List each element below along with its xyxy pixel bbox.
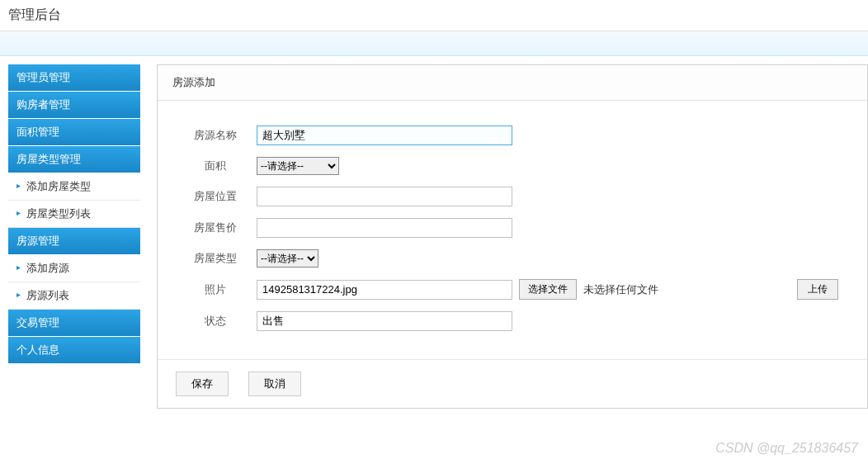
page-title: 管理后台 (8, 7, 61, 21)
label-photo: 照片 (174, 282, 257, 297)
form-actions: 保存 取消 (158, 360, 867, 408)
form: 房源名称 面积 --请选择-- 房屋位置 (158, 101, 867, 360)
menu-buyer[interactable]: 购房者管理 (8, 92, 140, 119)
menu-housing[interactable]: 房源管理 (8, 228, 140, 255)
panel-title: 房源添加 (158, 65, 867, 101)
input-location[interactable] (257, 187, 512, 206)
menu-admin[interactable]: 管理员管理 (8, 64, 140, 92)
menu-housetype[interactable]: 房屋类型管理 (8, 146, 140, 173)
label-area: 面积 (174, 159, 257, 173)
choose-file-button[interactable]: 选择文件 (519, 279, 577, 300)
save-button[interactable]: 保存 (176, 372, 229, 396)
menu-item-add-housetype[interactable]: 添加房屋类型 (8, 173, 140, 201)
upload-button[interactable]: 上传 (797, 279, 838, 300)
menu-item-add-housing[interactable]: 添加房源 (8, 255, 140, 282)
label-status: 状态 (174, 314, 257, 329)
input-photo[interactable] (257, 280, 512, 300)
input-name[interactable] (257, 125, 512, 145)
sidebar: 管理员管理 购房者管理 面积管理 房屋类型管理 添加房屋类型 房屋类型列表 房源… (8, 64, 140, 409)
menu-area[interactable]: 面积管理 (8, 119, 140, 146)
input-status[interactable] (257, 311, 512, 331)
page-header: 管理后台 (0, 0, 868, 31)
menu-transaction[interactable]: 交易管理 (8, 310, 140, 337)
menu-item-list-housetype[interactable]: 房屋类型列表 (8, 201, 140, 228)
input-price[interactable] (257, 218, 512, 238)
cancel-button[interactable]: 取消 (248, 372, 301, 396)
header-divider (0, 31, 868, 56)
file-status: 未选择任何文件 (583, 282, 658, 297)
menu-item-list-housing[interactable]: 房源列表 (8, 282, 140, 310)
main-panel: 房源添加 房源名称 面积 --请选择-- 房屋位置 (157, 64, 868, 409)
label-location: 房屋位置 (174, 189, 257, 204)
label-type: 房屋类型 (174, 251, 257, 266)
select-area[interactable]: --请选择-- (257, 157, 339, 175)
menu-profile[interactable]: 个人信息 (8, 337, 140, 364)
label-price: 房屋售价 (174, 220, 257, 235)
label-name: 房源名称 (174, 128, 257, 143)
select-type[interactable]: --请选择-- (257, 249, 318, 268)
